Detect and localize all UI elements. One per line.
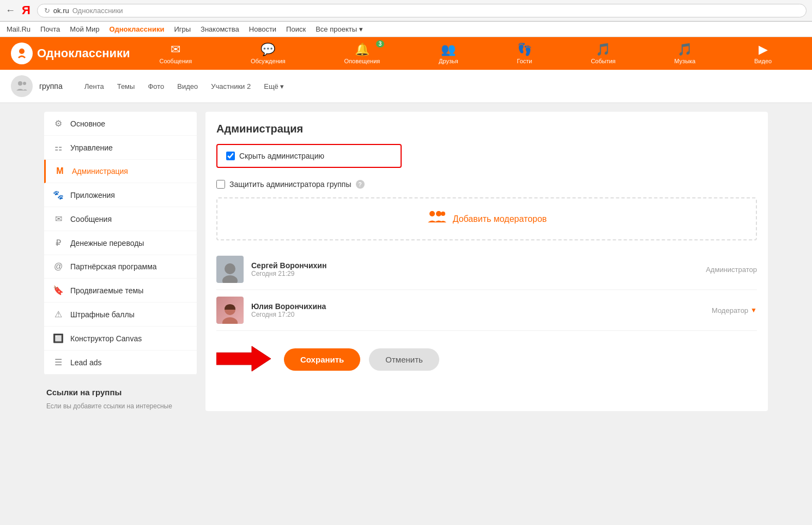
sidebar-item-promo[interactable]: 🔖 Продвигаемые темы — [44, 279, 197, 303]
help-icon[interactable]: ? — [356, 180, 365, 189]
add-moderators-label: Добавить модераторов — [453, 214, 547, 224]
user-time-sergei: Сегодня 21:29 — [251, 270, 698, 277]
gear-icon: ⚙ — [53, 118, 64, 129]
admin-options-box: Скрыть администрацию — [216, 144, 402, 168]
user-info-yulia: Юлия Ворончихина Сегодня 17:20 — [251, 302, 704, 318]
url-title: Одноклассники — [72, 7, 123, 15]
notifications-icon: 🔔 — [355, 43, 369, 57]
sidebar-item-messages[interactable]: ✉ Сообщения — [44, 207, 197, 231]
partner-icon: @ — [53, 262, 64, 271]
sidebar-item-admin[interactable]: M Администрация — [44, 160, 197, 183]
sidebar-label-apps: Приложения — [70, 191, 115, 200]
group-header: группа Лента Темы Фото Видео Участники 2… — [0, 70, 812, 103]
nav-music[interactable]: 🎵 Музыка — [674, 43, 695, 64]
friends-icon: 👥 — [441, 43, 456, 57]
svg-point-2 — [23, 82, 26, 85]
page-title: Администрация — [216, 123, 757, 135]
hide-admin-row[interactable]: Скрыть администрацию — [226, 152, 392, 160]
tab-participants[interactable]: Участники 2 — [211, 80, 251, 93]
nav-video[interactable]: ▶ Видео — [754, 43, 772, 64]
apps-icon: 🐾 — [53, 190, 64, 200]
arrow-annotation — [216, 344, 271, 375]
sidebar-item-apps[interactable]: 🐾 Приложения — [44, 183, 197, 207]
save-button[interactable]: Сохранить — [284, 348, 360, 371]
nav-discussions-label: Обсуждения — [251, 58, 286, 64]
sidebar-item-osnovnoe[interactable]: ⚙ Основное — [44, 112, 197, 136]
vse-proekty-link[interactable]: Все проекты ▾ — [316, 25, 363, 33]
user-name-yulia: Юлия Ворончихина — [251, 302, 704, 311]
browser-chrome: ← Я ↻ ok.ru Одноклассники — [0, 0, 812, 22]
sidebar-item-money[interactable]: ₽ Денежные переводы — [44, 231, 197, 255]
nav-discussions[interactable]: 💬 Обсуждения — [251, 43, 286, 64]
igry-link[interactable]: Игры — [174, 25, 191, 33]
sidebar-item-upravlenie[interactable]: ⚏ Управление — [44, 136, 197, 160]
hide-admin-checkbox[interactable] — [226, 152, 235, 160]
sidebar-label-partner: Партнёрская программа — [70, 262, 157, 271]
address-bar[interactable]: ↻ ok.ru Одноклассники — [37, 4, 807, 17]
svg-point-5 — [441, 212, 445, 216]
nav-messages[interactable]: ✉ Сообщения — [159, 43, 192, 64]
sidebar: ⚙ Основное ⚏ Управление M Администрация … — [44, 112, 197, 411]
nav-notifications-label: Оповещения — [344, 58, 380, 64]
nav-friends[interactable]: 👥 Друзья — [439, 43, 458, 64]
moi-mir-link[interactable]: Мой Мир — [70, 25, 99, 33]
novosti-link[interactable]: Новости — [249, 25, 276, 33]
nav-guests[interactable]: 👣 Гости — [517, 43, 532, 64]
back-button[interactable]: ← — [5, 5, 15, 16]
sidebar-label-upravlenie: Управление — [70, 143, 113, 152]
leadads-icon: ☰ — [53, 357, 64, 367]
events-icon: 🎵 — [596, 43, 610, 57]
nav-music-label: Музыка — [674, 58, 695, 64]
guests-icon: 👣 — [517, 43, 532, 57]
svg-point-9 — [222, 317, 238, 324]
sidebar-label-canvas: Конструктор Canvas — [70, 334, 142, 343]
moderators-group-icon — [427, 209, 446, 228]
svg-marker-10 — [216, 346, 271, 371]
cancel-button[interactable]: Отменить — [369, 348, 439, 371]
pochta-link[interactable]: Почта — [40, 25, 60, 33]
sidebar-label-admin: Администрация — [72, 167, 128, 176]
znakomstva-link[interactable]: Знакомства — [201, 25, 239, 33]
tab-foto[interactable]: Фото — [148, 80, 164, 93]
nav-notifications[interactable]: 🔔 3 Оповещения — [344, 43, 380, 64]
nav-events[interactable]: 🎵 События — [591, 43, 615, 64]
tab-more[interactable]: Ещё ▾ — [264, 80, 284, 93]
sidebar-item-penalty[interactable]: ⚠ Штрафные баллы — [44, 303, 197, 327]
sidebar-section-text: Если вы добавите ссылки на интересные — [46, 401, 195, 411]
warning-icon: ⚠ — [53, 309, 64, 319]
nav-friends-label: Друзья — [439, 58, 458, 64]
refresh-icon[interactable]: ↻ — [44, 7, 50, 15]
sidebar-item-canvas[interactable]: 🔲 Конструктор Canvas — [44, 327, 197, 351]
nav-messages-label: Сообщения — [159, 58, 192, 64]
user-role-yulia[interactable]: Модератор ▼ — [712, 306, 757, 315]
sidebar-label-money: Денежные переводы — [70, 239, 144, 248]
sidebar-item-leadads[interactable]: ☰ Lead ads — [44, 351, 197, 375]
mailru-nav: Mail.Ru Почта Мой Мир Одноклассники Игры… — [0, 22, 812, 37]
video-icon: ▶ — [759, 43, 768, 57]
group-tabs: Лента Темы Фото Видео Участники 2 Ещё ▾ — [84, 80, 284, 93]
admin-icon: M — [54, 166, 65, 176]
mail-icon: ✉ — [53, 214, 64, 224]
money-icon: ₽ — [53, 238, 64, 248]
tab-lenta[interactable]: Лента — [84, 80, 104, 93]
role-label-yulia: Модератор — [712, 306, 748, 315]
mailru-link[interactable]: Mail.Ru — [7, 25, 31, 33]
user-info-sergei: Сергей Ворончихин Сегодня 21:29 — [251, 261, 698, 277]
group-icon — [11, 75, 33, 97]
ok-logo[interactable]: Одноклассники — [11, 43, 130, 64]
svg-point-1 — [18, 81, 22, 86]
sidebar-item-partner[interactable]: @ Партнёрская программа — [44, 255, 197, 279]
nav-events-label: События — [591, 58, 615, 64]
role-dropdown-icon[interactable]: ▼ — [750, 306, 757, 314]
poisk-link[interactable]: Поиск — [286, 25, 306, 33]
table-row: Сергей Ворончихин Сегодня 21:29 Админист… — [216, 249, 757, 290]
sidebar-label-osnovnoe: Основное — [70, 119, 105, 128]
messages-icon: ✉ — [171, 43, 180, 57]
nav-video-label: Видео — [754, 58, 772, 64]
promo-icon: 🔖 — [53, 285, 64, 295]
tab-temy[interactable]: Темы — [117, 80, 135, 93]
add-moderators-box[interactable]: Добавить модераторов — [216, 197, 757, 240]
protect-admin-checkbox[interactable] — [216, 180, 225, 189]
tab-video[interactable]: Видео — [177, 80, 198, 93]
odnoklassniki-link[interactable]: Одноклассники — [110, 25, 165, 33]
